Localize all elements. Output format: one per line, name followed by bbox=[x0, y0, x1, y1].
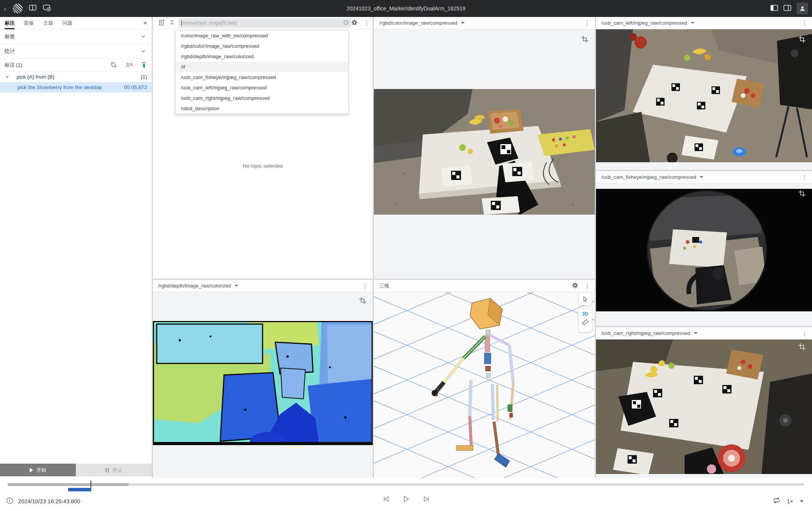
crop-icon[interactable] bbox=[798, 343, 806, 352]
crop-icon[interactable] bbox=[798, 35, 806, 45]
search-annotations-icon[interactable] bbox=[110, 62, 117, 68]
left-sidebar: 标注 面板 主题 问题 × 标签 统计 标注 (1) 文A pi bbox=[0, 17, 152, 478]
playback-timestamp: 2024/10/23 16:25:43.800 bbox=[18, 498, 80, 504]
three-d-scene bbox=[374, 292, 595, 478]
chevron-down-icon bbox=[5, 74, 10, 79]
crop-icon[interactable] bbox=[798, 190, 806, 199]
annotations-count-label: 标注 (1) bbox=[5, 62, 22, 69]
annotation-item-time: 00:05.672 bbox=[124, 84, 147, 90]
crop-icon[interactable] bbox=[359, 297, 367, 306]
copy-message-icon[interactable] bbox=[158, 19, 165, 27]
panel-menu-icon[interactable]: ⋮ bbox=[364, 20, 370, 26]
toggle-left-sidebar-icon[interactable] bbox=[770, 5, 778, 13]
panel-menu-icon[interactable]: ⋮ bbox=[584, 283, 590, 289]
three-d-panel-title[interactable]: 三维 bbox=[379, 282, 389, 289]
topic-option-highlighted[interactable]: /tf bbox=[176, 62, 348, 72]
cursor-icon bbox=[582, 296, 589, 303]
panel-menu-icon[interactable]: ⋮ bbox=[802, 174, 807, 180]
section-statistics[interactable]: 统计 bbox=[0, 44, 152, 59]
view-mode-button-group[interactable]: 3D bbox=[579, 309, 592, 332]
topic-option[interactable]: /usb_cam_right/mjpeg_raw/compressed bbox=[176, 93, 348, 103]
topic-path-input[interactable] bbox=[179, 18, 351, 28]
panel-menu-icon[interactable]: ⋮ bbox=[802, 20, 807, 26]
crop-icon[interactable] bbox=[581, 35, 589, 45]
select-tool-button[interactable] bbox=[579, 293, 592, 305]
clear-input-icon[interactable] bbox=[343, 20, 349, 27]
cam-fisheye-panel: /usb_cam_fisheye/mjpeg_raw/compressed ⋮ bbox=[596, 171, 812, 326]
panel-settings-icon[interactable] bbox=[572, 282, 578, 290]
chevron-down-icon bbox=[140, 48, 146, 54]
topic-option[interactable]: robot_description bbox=[176, 103, 348, 114]
topic-option[interactable]: /color/image_raw_with_ee/compressed bbox=[176, 30, 348, 41]
speed-caret-icon[interactable] bbox=[800, 500, 804, 502]
timeline-track[interactable] bbox=[8, 483, 804, 486]
measure-icon[interactable] bbox=[581, 318, 589, 328]
stop-button[interactable]: 停止 bbox=[76, 464, 152, 476]
rgb-camera-panel: /rgbd/color/image_raw/compressed ⋮ bbox=[374, 17, 595, 279]
caret-down-icon bbox=[461, 22, 465, 24]
annotation-group-label: pick {A} from {B} bbox=[17, 74, 141, 80]
depth-panel-title[interactable]: /rgbd/depth/image_raw/colorized bbox=[158, 283, 231, 289]
collapse-all-icon[interactable] bbox=[169, 19, 175, 27]
caret-down-icon bbox=[691, 22, 695, 24]
timeline-annotation[interactable] bbox=[68, 488, 91, 491]
section-tags-label: 标签 bbox=[5, 33, 15, 40]
sidebar-tab-bar: 标注 面板 主题 问题 × bbox=[0, 17, 152, 29]
section-tags[interactable]: 标签 bbox=[0, 29, 152, 44]
app-window: ‹ 20241023_office_MarkerIdentifyDualArm_… bbox=[0, 0, 812, 511]
three-d-panel: 三维 ⋮ bbox=[374, 280, 595, 478]
seek-forward-button[interactable] bbox=[423, 496, 430, 504]
text-cursor bbox=[181, 20, 182, 26]
tab-annotations[interactable]: 标注 bbox=[5, 17, 15, 29]
panel-settings-icon[interactable] bbox=[351, 19, 358, 27]
cam-fisheye-panel-title[interactable]: /usb_cam_fisheye/mjpeg_raw/compressed bbox=[601, 174, 696, 180]
tab-panels[interactable]: 面板 bbox=[24, 17, 34, 29]
cam-right-image bbox=[596, 340, 812, 474]
mode-3d-label[interactable]: 3D bbox=[582, 309, 588, 317]
caret-down-icon bbox=[700, 176, 703, 178]
toggle-right-sidebar-icon[interactable] bbox=[784, 5, 791, 13]
playback-bar: 2024/10/23 16:25:43.800 1× bbox=[0, 478, 812, 511]
info-icon[interactable] bbox=[6, 497, 13, 506]
rgb-panel-title[interactable]: /rgbd/color/image_raw/compressed bbox=[379, 20, 457, 26]
no-topic-selected-text: No topic selected bbox=[153, 163, 373, 169]
top-bar: ‹ 20241023_office_MarkerIdentifyDualArm_… bbox=[0, 0, 812, 17]
annotation-item-row[interactable]: pick the Strawberry from the desktop 00:… bbox=[0, 82, 152, 92]
topic-option[interactable]: /rgbd/depth/image_raw/colorized bbox=[176, 51, 348, 62]
pause-icon bbox=[105, 468, 109, 472]
play-button[interactable] bbox=[403, 496, 410, 504]
cam-right-panel-title[interactable]: /usb_cam_right/mjpeg_raw/compressed bbox=[601, 330, 690, 336]
depth-colorized-image bbox=[153, 321, 373, 445]
start-button[interactable]: 开始 bbox=[0, 464, 76, 476]
rgb-camera-image bbox=[374, 89, 595, 215]
cam-left-panel-title[interactable]: /usb_cam_left/mjpeg_raw/compressed bbox=[601, 20, 687, 26]
cam-right-panel: /usb_cam_right/mjpeg_raw/compressed ⋮ bbox=[596, 327, 812, 478]
timeline-loaded bbox=[8, 483, 129, 486]
annotation-item-label: pick the Strawberry from the desktop bbox=[17, 84, 124, 90]
topic-option[interactable]: /usb_cam_left/mjpeg_raw/compressed bbox=[176, 82, 348, 93]
cam-fisheye-image bbox=[596, 189, 812, 311]
recording-title: 20241023_office_MarkerIdentifyDualArm_16… bbox=[0, 5, 812, 12]
user-avatar[interactable] bbox=[797, 3, 808, 14]
panel-menu-icon[interactable]: ⋮ bbox=[584, 20, 590, 26]
section-statistics-label: 统计 bbox=[5, 48, 15, 55]
seek-backward-button[interactable] bbox=[382, 496, 390, 504]
chevron-down-icon bbox=[140, 34, 146, 40]
annotation-group-count: (1) bbox=[141, 74, 147, 80]
annotation-group-row[interactable]: pick {A} from {B} (1) bbox=[0, 72, 152, 82]
cam-left-panel: /usb_cam_left/mjpeg_raw/compressed ⋮ bbox=[596, 17, 812, 170]
tab-topics[interactable]: 主题 bbox=[43, 17, 53, 29]
panel-menu-icon[interactable]: ⋮ bbox=[802, 330, 807, 336]
tab-problems[interactable]: 问题 bbox=[62, 17, 72, 29]
translate-icon[interactable]: 文A bbox=[126, 62, 132, 68]
close-sidebar-icon[interactable]: × bbox=[143, 19, 147, 27]
scroll-to-top-icon[interactable] bbox=[141, 62, 147, 68]
topic-option[interactable]: /rgbd/color/image_raw/compressed bbox=[176, 41, 348, 51]
loop-icon[interactable] bbox=[773, 497, 780, 505]
topic-option[interactable]: /usb_cam_fisheye/mjpeg_raw/compressed bbox=[176, 72, 348, 82]
topic-dropdown: /color/image_raw_with_ee/compressed /rgb… bbox=[175, 30, 348, 114]
playback-speed[interactable]: 1× bbox=[787, 498, 793, 504]
panel-menu-icon[interactable]: ⋮ bbox=[362, 283, 368, 289]
caret-down-icon bbox=[234, 285, 238, 287]
caret-down-icon bbox=[694, 332, 698, 334]
